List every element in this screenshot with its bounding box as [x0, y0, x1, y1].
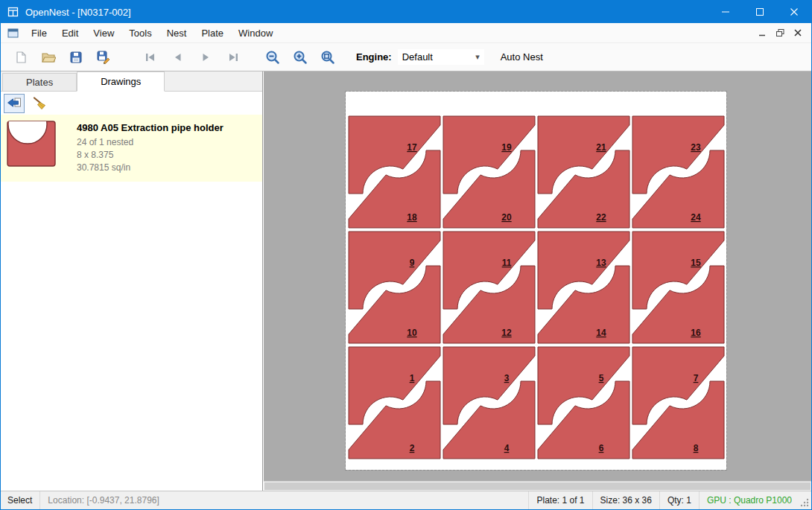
- menu-tools[interactable]: Tools: [121, 25, 159, 42]
- drawing-meta: 4980 A05 Extraction pipe holder 24 of 1 …: [77, 119, 223, 177]
- minimize-icon: [721, 7, 730, 16]
- plate: 171819202122232491011121314151612345678: [346, 92, 726, 470]
- clean-button[interactable]: [29, 94, 50, 113]
- last-plate-button[interactable]: [219, 45, 247, 69]
- drawing-title: 4980 A05 Extraction pipe holder: [77, 122, 223, 133]
- auto-nest-button[interactable]: Auto Nest: [496, 48, 548, 66]
- status-location: Location: [-0.9437, 21.8796]: [39, 491, 166, 509]
- nest-layout: 171819202122232491011121314151612345678: [346, 92, 726, 470]
- part-number-label: 15: [691, 258, 701, 268]
- open-button[interactable]: [34, 45, 62, 69]
- zoom-out-icon: [265, 50, 280, 65]
- minimize-button[interactable]: [708, 1, 743, 23]
- close-icon: [793, 28, 802, 37]
- prev-plate-button[interactable]: [164, 45, 191, 69]
- part-number-label: 19: [501, 142, 512, 153]
- send-to-nest-icon: [7, 97, 22, 110]
- prev-plate-icon: [171, 51, 185, 64]
- part-number-label: 9: [410, 258, 415, 268]
- part-number-label: 8: [694, 443, 699, 453]
- part-number-label: 13: [596, 258, 606, 268]
- part-number-label: 22: [596, 212, 606, 223]
- zoom-in-icon: [293, 50, 308, 65]
- part-number-label: 3: [504, 373, 510, 383]
- statusbar: Select Location: [-0.9437, 21.8796] Plat…: [1, 491, 811, 509]
- part-number-label: 18: [407, 212, 417, 223]
- send-to-nest-button[interactable]: [4, 94, 25, 113]
- part-number-label: 14: [596, 328, 606, 338]
- first-plate-button[interactable]: [136, 45, 164, 69]
- part-number-label: 11: [502, 258, 512, 268]
- save-icon: [69, 51, 83, 64]
- part-number-label: 2: [410, 443, 415, 453]
- window-title: OpenNest - [N0317-002]: [25, 7, 131, 18]
- sidebar-tabstrip: Plates Drawings: [1, 71, 262, 92]
- zoom-out-button[interactable]: [258, 45, 286, 69]
- drawing-list-item[interactable]: 4980 A05 Extraction pipe holder 24 of 1 …: [1, 115, 262, 182]
- mdi-restore-button[interactable]: [771, 25, 789, 40]
- save-button[interactable]: [62, 45, 89, 69]
- chevron-down-icon: ▾: [475, 52, 480, 62]
- maximize-icon: [755, 7, 764, 16]
- zoom-fit-button[interactable]: [314, 45, 341, 69]
- sidebar: Plates Drawings: [1, 71, 263, 491]
- mdi-window-controls: [753, 25, 807, 40]
- save-edit-button[interactable]: [89, 45, 117, 69]
- open-icon: [41, 51, 56, 63]
- main-toolbar: Engine: Default ▾ Auto Nest: [1, 43, 811, 71]
- close-button[interactable]: [777, 1, 811, 23]
- menubar: File Edit View Tools Nest Plate Window: [1, 23, 811, 43]
- status-plate: Plate: 1 of 1: [528, 491, 591, 509]
- new-icon: [14, 51, 28, 64]
- part-number-label: 7: [694, 373, 699, 383]
- part-number-label: 5: [599, 373, 604, 383]
- menu-view[interactable]: View: [86, 25, 121, 42]
- part-number-label: 21: [596, 142, 606, 153]
- engine-select[interactable]: Default ▾: [398, 49, 484, 65]
- horizontal-scrollbar[interactable]: [264, 481, 811, 491]
- resize-grip[interactable]: [799, 497, 810, 508]
- status-size: Size: 36 x 36: [592, 491, 659, 509]
- part-number-label: 1: [410, 373, 415, 383]
- save-edit-icon: [96, 50, 110, 64]
- part-number-label: 6: [599, 443, 604, 453]
- menu-nest[interactable]: Nest: [159, 25, 194, 42]
- part-number-label: 4: [504, 443, 510, 453]
- close-icon: [790, 7, 799, 16]
- drawing-size: 8 x 8.375: [77, 149, 223, 162]
- menu-file[interactable]: File: [24, 25, 54, 42]
- mdi-minimize-button[interactable]: [753, 25, 771, 40]
- drawing-area: 30.7815 sq/in: [77, 162, 223, 174]
- last-plate-icon: [226, 51, 240, 64]
- zoom-fit-icon: [320, 50, 335, 65]
- part-thumbnail: [7, 121, 59, 168]
- part-number-label: 17: [407, 142, 417, 153]
- menu-window[interactable]: Window: [231, 25, 280, 42]
- scrollbar-thumb[interactable]: [264, 482, 811, 490]
- menu-plate[interactable]: Plate: [194, 25, 231, 42]
- part-number-label: 20: [501, 212, 512, 223]
- tab-plates[interactable]: Plates: [2, 73, 77, 91]
- first-plate-icon: [144, 51, 157, 64]
- mdi-close-button[interactable]: [789, 25, 807, 40]
- engine-value: Default: [402, 51, 433, 63]
- menu-edit[interactable]: Edit: [54, 25, 86, 42]
- nest-canvas[interactable]: 171819202122232491011121314151612345678: [264, 71, 811, 491]
- titlebar: OpenNest - [N0317-002]: [1, 1, 811, 23]
- drawing-nested-count: 24 of 1 nested: [77, 136, 223, 149]
- document-icon: [7, 28, 19, 38]
- drawings-toolbar: [1, 92, 262, 115]
- clean-icon: [32, 96, 47, 110]
- new-button[interactable]: [7, 45, 34, 69]
- part-number-label: 10: [407, 328, 417, 338]
- next-plate-icon: [199, 51, 212, 64]
- status-qty: Qty: 1: [659, 491, 699, 509]
- zoom-in-button[interactable]: [286, 45, 314, 69]
- next-plate-button[interactable]: [191, 45, 219, 69]
- maximize-button[interactable]: [743, 1, 777, 23]
- tab-drawings[interactable]: Drawings: [77, 71, 165, 92]
- status-gpu: GPU : Quadro P1000: [699, 491, 799, 509]
- opennest-window: OpenNest - [N0317-002] File Edit View To…: [0, 0, 812, 510]
- part-number-label: 23: [691, 142, 701, 153]
- part-number-label: 12: [501, 328, 512, 338]
